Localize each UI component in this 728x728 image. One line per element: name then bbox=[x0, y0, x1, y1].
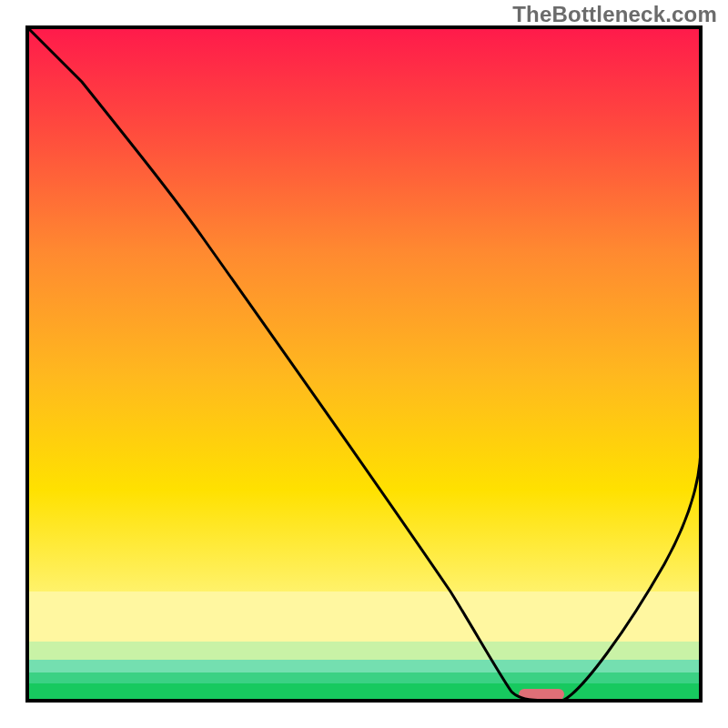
bottleneck-chart: TheBottleneck.com bbox=[0, 0, 728, 728]
plot-inner bbox=[27, 27, 701, 701]
band-pale-yellow bbox=[27, 592, 701, 642]
watermark-text: TheBottleneck.com bbox=[512, 2, 717, 27]
band-green bbox=[27, 672, 701, 683]
plot-area bbox=[0, 0, 728, 728]
band-pale-green bbox=[27, 642, 701, 660]
bg-gradient bbox=[27, 27, 701, 592]
band-bright-green bbox=[27, 683, 701, 701]
